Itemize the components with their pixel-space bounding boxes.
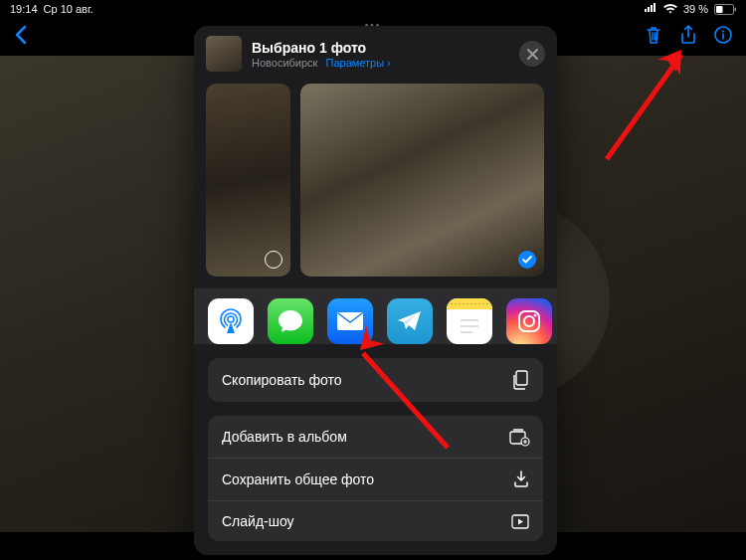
play-icon [511,514,529,529]
action-list: Скопировать фото Добавить в альбом Сохра… [194,358,557,555]
sheet-options-link[interactable]: Параметры › [325,57,390,69]
action-label: Добавить в альбом [222,429,347,445]
svg-rect-1 [716,6,723,13]
share-button[interactable] [680,25,696,49]
action-label: Слайд-шоу [222,513,294,529]
svg-point-5 [228,316,234,322]
sheet-header: Выбрано 1 фото Новосибирск Параметры › [194,26,557,80]
album-icon [509,428,529,446]
wifi-icon [663,4,677,14]
svg-point-11 [524,316,534,326]
selected-check-icon [518,251,536,269]
svg-rect-13 [516,371,527,385]
copy-icon [511,370,529,390]
download-icon [513,470,529,488]
status-date: Ср 10 авг. [44,3,93,15]
photo-thumbnail-1[interactable] [206,84,290,277]
app-telegram[interactable]: Telegram [387,298,433,344]
svg-point-12 [534,314,537,317]
status-time: 19:14 [10,3,38,15]
photo-thumbnail-2[interactable] [300,84,544,277]
instagram-icon [506,298,552,344]
info-button[interactable] [714,25,732,49]
share-sheet: Выбрано 1 фото Новосибирск Параметры › A… [194,26,557,555]
airdrop-icon [208,298,254,344]
back-button[interactable] [14,25,28,49]
battery-icon [714,4,736,15]
app-messages[interactable]: Сообщения [268,298,313,344]
notes-icon [447,298,492,344]
signal-icon [644,3,657,15]
svg-rect-2 [735,7,737,11]
sheet-location: Новосибирск [252,57,317,69]
messages-icon [268,298,313,344]
app-instagram[interactable]: Instagram [506,298,552,344]
photo-selection-row [194,80,557,288]
action-add-album[interactable]: Добавить в альбом [208,416,543,459]
status-bar: 19:14 Ср 10 авг. 39 % [0,0,746,18]
mail-icon [327,298,373,344]
svg-point-4 [722,31,724,33]
status-battery-pct: 39 % [683,3,708,15]
share-apps-strip[interactable]: AirDrop Сообщения Почта Telegram Заметки [194,288,557,344]
close-button[interactable] [519,41,545,67]
app-airdrop[interactable]: AirDrop [208,298,254,344]
action-label: Сохранить общее фото [222,471,374,487]
action-label: Скопировать фото [222,372,342,388]
action-slideshow[interactable]: Слайд-шоу [208,501,543,541]
action-copy-photo[interactable]: Скопировать фото [208,358,543,402]
action-save-shared[interactable]: Сохранить общее фото [208,459,543,501]
trash-button[interactable] [645,25,662,49]
sheet-title: Выбрано 1 фото [252,40,509,56]
sheet-thumbnail [206,36,242,72]
app-notes[interactable]: Заметки [447,298,492,344]
telegram-icon [387,298,433,344]
app-mail[interactable]: Почта [327,298,373,344]
